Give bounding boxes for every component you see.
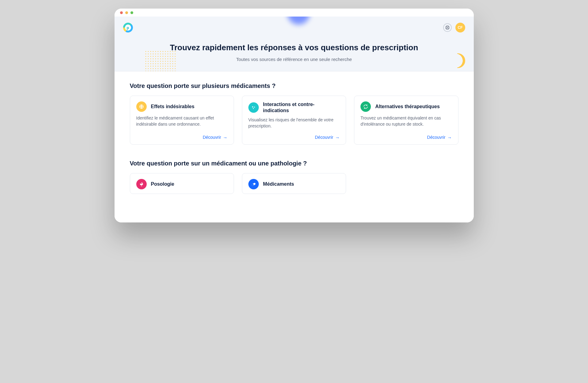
link-label: Découvrir (315, 135, 333, 140)
section-single-title: Votre question porte sur un médicament o… (130, 160, 458, 167)
svg-point-116 (170, 71, 171, 71)
svg-point-98 (157, 68, 158, 69)
svg-point-117 (172, 71, 173, 71)
svg-point-113 (162, 71, 163, 71)
svg-point-92 (175, 66, 175, 67)
svg-point-18 (153, 54, 153, 55)
svg-point-25 (170, 54, 171, 55)
svg-point-20 (157, 54, 158, 55)
svg-point-173 (254, 107, 255, 108)
avatar[interactable]: CF (455, 23, 465, 32)
close-icon[interactable] (120, 11, 123, 14)
pill-icon (248, 179, 259, 189)
link-label: Découvrir (427, 135, 446, 140)
card-alternatives[interactable]: Alternatives thérapeutiques Trouvez un m… (354, 96, 458, 145)
svg-point-68 (148, 63, 149, 64)
hero: p CF Trouvez rapidement les réponses à v… (115, 17, 474, 71)
main-content: Votre question porte sur plusieurs médic… (115, 71, 474, 222)
svg-point-22 (162, 54, 163, 55)
topbar: p CF (115, 17, 474, 32)
svg-point-67 (145, 63, 146, 64)
svg-point-87 (162, 66, 163, 67)
svg-point-81 (148, 66, 149, 67)
page-title: Trouvez rapidement les réponses à vos qu… (115, 43, 474, 52)
link-label: Découvrir (203, 135, 221, 140)
svg-point-76 (167, 63, 168, 64)
svg-point-102 (167, 68, 168, 69)
card-title: Effets indésirables (151, 104, 194, 110)
svg-point-24 (167, 54, 168, 55)
svg-point-106 (145, 71, 146, 71)
svg-point-26 (172, 54, 173, 55)
svg-point-96 (153, 68, 153, 69)
app-window: p CF Trouvez rapidement les réponses à v… (115, 9, 474, 222)
card-interactions[interactable]: Interactions et contre-indications Visua… (242, 96, 346, 145)
svg-point-17 (150, 54, 151, 55)
svg-point-95 (150, 68, 151, 69)
svg-point-85 (157, 66, 158, 67)
card-title: Médicaments (263, 181, 294, 187)
mortar-icon (136, 179, 147, 189)
svg-point-77 (170, 63, 171, 64)
svg-point-19 (155, 54, 156, 55)
svg-point-82 (150, 66, 151, 67)
svg-point-75 (165, 63, 166, 64)
svg-point-80 (145, 66, 146, 67)
svg-point-89 (167, 66, 168, 67)
molecule-icon (248, 102, 259, 113)
svg-point-83 (153, 66, 153, 67)
svg-point-23 (165, 54, 166, 55)
zoom-icon[interactable] (130, 11, 133, 14)
card-medicaments[interactable]: Médicaments (242, 173, 346, 194)
help-button[interactable] (443, 23, 452, 32)
svg-point-105 (175, 68, 175, 69)
section-multi-title: Votre question porte sur plusieurs médic… (130, 82, 458, 89)
svg-point-70 (153, 63, 153, 64)
discover-link[interactable]: Découvrir → (203, 132, 228, 140)
card-posologie[interactable]: Posologie (130, 173, 234, 194)
svg-point-103 (170, 68, 171, 69)
brand-logo[interactable]: p (123, 23, 133, 32)
arrow-right-icon: → (223, 135, 228, 140)
svg-point-90 (170, 66, 171, 67)
svg-point-74 (162, 63, 163, 64)
minimize-icon[interactable] (125, 11, 128, 14)
svg-point-97 (155, 68, 156, 69)
browser-chrome (115, 9, 474, 17)
card-row-multi: Effets indésirables Identifiez le médica… (130, 96, 458, 145)
discover-link[interactable]: Découvrir → (315, 132, 340, 140)
svg-point-101 (165, 68, 166, 69)
svg-point-86 (160, 66, 161, 67)
card-desc: Trouvez un médicament équivalent en cas … (360, 115, 452, 127)
svg-point-72 (157, 63, 158, 64)
svg-point-118 (175, 71, 175, 71)
discover-link[interactable]: Découvrir → (427, 132, 452, 140)
svg-point-104 (172, 68, 173, 69)
svg-point-73 (160, 63, 161, 64)
page-subtitle: Toutes vos sources de référence en une s… (115, 57, 474, 62)
svg-point-110 (155, 71, 156, 71)
card-desc: Visualisez les risques de l'ensemble de … (248, 117, 340, 129)
lifebuoy-icon (445, 25, 450, 30)
svg-point-88 (165, 66, 166, 67)
svg-point-108 (150, 71, 151, 71)
card-title: Posologie (151, 181, 174, 187)
svg-point-1 (447, 27, 448, 28)
svg-point-16 (148, 54, 149, 55)
svg-point-107 (148, 71, 149, 71)
svg-point-84 (155, 66, 156, 67)
svg-point-93 (145, 68, 146, 69)
card-title: Alternatives thérapeutiques (375, 104, 440, 110)
svg-point-71 (155, 63, 156, 64)
topbar-right: CF (443, 23, 465, 32)
svg-point-115 (167, 71, 168, 71)
svg-point-114 (165, 71, 166, 71)
svg-point-69 (150, 63, 151, 64)
svg-point-91 (172, 66, 173, 67)
arrow-right-icon: → (335, 135, 340, 140)
svg-point-21 (160, 54, 161, 55)
card-effets-indesirables[interactable]: Effets indésirables Identifiez le médica… (130, 96, 234, 145)
svg-point-27 (175, 54, 175, 55)
arrow-right-icon: → (447, 135, 452, 140)
svg-point-99 (160, 68, 161, 69)
